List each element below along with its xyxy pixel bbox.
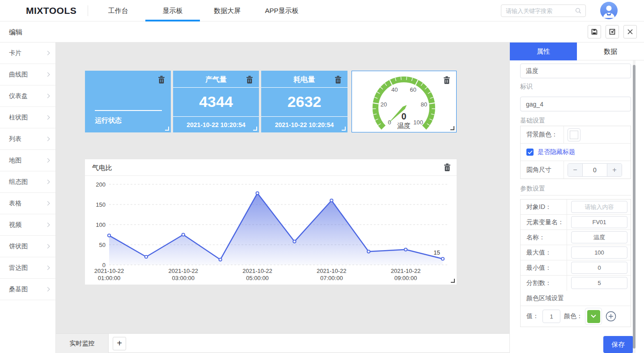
divider [567,260,567,275]
widget-line-chart[interactable]: 气电比 050100150200152021-10-2201:00:002021… [85,159,457,285]
color-zone-section-row: 颜色区域设置 [521,291,631,306]
nav-tab-data-screen[interactable]: 数据大屏 [200,0,254,21]
sidebar-item-radar-chart[interactable]: 雷达图 [0,257,55,279]
identifier-label: 标识 [520,83,533,91]
divider [567,230,567,245]
param-input-max-value[interactable] [571,247,627,259]
chevron-right-icon [46,223,50,227]
delete-icon[interactable] [246,76,253,84]
param-label-name: 名称： [521,234,545,242]
sidebar-item-label: 柱状图 [9,114,28,122]
sidebar-item-sankey-chart[interactable]: 桑基图 [0,279,55,300]
sidebar-item-video[interactable]: 视频 [0,214,55,236]
search-input[interactable] [506,5,573,16]
add-color-zone-button[interactable] [605,310,617,322]
resize-handle[interactable] [451,279,455,283]
resize-handle[interactable] [342,127,346,131]
panel-tab-attributes[interactable]: 属性 [510,43,577,60]
stepper-plus-button[interactable]: + [607,164,622,176]
scrollbar-thumb[interactable] [633,65,636,349]
widget-status-card[interactable]: 运行状态 [85,71,171,132]
resize-handle[interactable] [253,127,257,131]
close-button[interactable] [623,25,637,38]
svg-text:15: 15 [434,249,440,256]
radius-row: 圆角尺寸 − 0 + [521,161,631,179]
stepper-value[interactable]: 0 [582,164,607,176]
param-input-object-id[interactable] [571,201,627,213]
sidebar-item-table[interactable]: 表格 [0,193,55,214]
delete-icon[interactable] [443,76,450,84]
sidebar-item-curve-chart[interactable]: 曲线图 [0,64,55,85]
param-row-object-id: 对象ID： [521,200,631,215]
sidebar-item-card[interactable]: 卡片 [0,43,55,64]
sidebar-item-label: 组态图 [9,178,28,186]
panel-tab-data[interactable]: 数据 [577,43,644,60]
bg-color-swatch[interactable] [568,128,580,141]
panel-scrollbar[interactable] [633,60,636,353]
zone-color-select[interactable] [585,308,602,325]
delete-icon[interactable] [158,76,165,84]
zone-color-label: 颜色： [564,312,583,320]
user-avatar[interactable] [600,2,618,19]
param-settings-label: 参数设置 [520,185,545,193]
svg-text:100: 100 [413,119,423,126]
save-properties-button[interactable]: 保存 [603,336,633,353]
sidebar-item-list[interactable]: 列表 [0,128,55,150]
sidebar-item-pie-chart[interactable]: 饼状图 [0,236,55,257]
nav-tab-display-board[interactable]: 显示板 [145,0,200,21]
param-input-split-count[interactable] [571,277,627,289]
widget-value-card-gas[interactable]: 产气量 4344 2021-10-22 10:20:54 [173,71,259,132]
identifier-input[interactable] [520,97,631,111]
hide-title-checkbox[interactable] [526,149,534,156]
svg-text:40: 40 [391,86,398,93]
sidebar-item-gauge[interactable]: 仪表盘 [0,85,55,107]
widget-value-card-power[interactable]: 耗电量 2632 2021-10-22 10:20:54 [261,71,347,132]
sidebar-item-bar-chart[interactable]: 柱状图 [0,107,55,128]
chevron-right-icon [46,180,50,184]
resize-handle[interactable] [450,126,454,130]
resize-handle[interactable] [165,127,169,131]
sidebar-item-map[interactable]: 地图 [0,150,55,171]
svg-text:2021-10-22: 2021-10-22 [169,268,199,274]
nav-tab-workbench[interactable]: 工作台 [91,0,145,21]
param-input-min-value[interactable] [571,262,627,274]
hide-title-label: 是否隐藏标题 [538,148,575,156]
page-tab-realtime[interactable]: 实时监控 [56,334,109,353]
sidebar-item-label: 曲线图 [9,71,28,79]
save-button[interactable] [588,25,601,38]
zone-value-input[interactable] [542,310,560,323]
radius-label: 圆角尺寸 [521,166,551,174]
widget-title-input[interactable] [520,64,631,78]
search-icon[interactable] [575,7,582,14]
param-label-split-count: 分割数： [521,279,551,287]
sidebar-item-label: 饼状图 [9,242,28,251]
card-divider [95,110,162,111]
nav-divider [88,5,88,16]
param-settings-box: 对象ID：元素变量名：名称：最大值：最小值：分割数： 颜色区域设置 值： 颜色： [520,199,631,327]
sidebar-item-scada-chart[interactable]: 组态图 [0,171,55,193]
param-input-name[interactable] [571,231,627,243]
stepper-minus-button[interactable]: − [568,164,582,176]
svg-text:150: 150 [96,201,106,208]
divider [567,215,567,230]
chevron-right-icon [46,244,50,249]
nav-tab-app-display-board[interactable]: APP显示板 [254,0,309,21]
import-icon [609,28,616,35]
param-label-max-value: 最大值： [521,249,551,257]
save-icon [591,28,598,35]
page-title: 编辑 [9,21,22,43]
panel-tabs: 属性数据 [510,43,644,60]
radius-stepper: − 0 + [568,163,622,177]
import-button[interactable] [606,25,619,38]
delete-icon[interactable] [444,163,451,171]
divider [564,161,564,179]
chevron-right-icon [46,158,50,163]
add-page-tab-button[interactable]: + [113,337,126,350]
param-input-element-var-name[interactable] [571,216,627,228]
basic-settings-box: 背景颜色： 是否隐藏标题 圆角尺寸 − 0 + [520,126,631,179]
svg-text:09:00:00: 09:00:00 [394,275,417,281]
delete-icon[interactable] [335,76,342,84]
person-icon [600,2,618,19]
svg-text:2021-10-22: 2021-10-22 [391,268,421,274]
widget-gauge-selected[interactable]: 0204060801000温度 [352,71,457,132]
